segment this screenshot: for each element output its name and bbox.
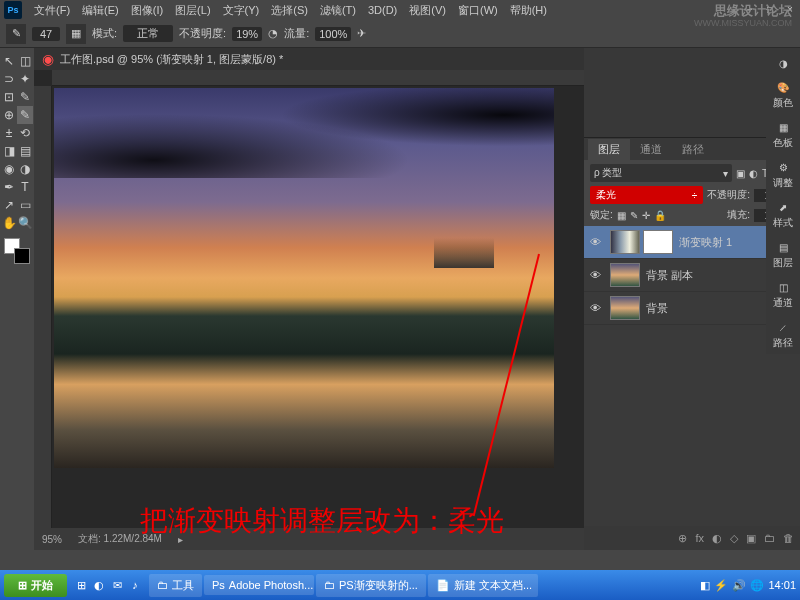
ql-icon[interactable]: ♪ [127,577,143,593]
layer-mask-icon[interactable]: ◐ [712,532,722,545]
tab-layers[interactable]: 图层 [588,139,630,160]
hand-tool[interactable]: ✋ [1,214,17,232]
tab-channels[interactable]: 通道 [630,139,672,160]
taskbar-task[interactable]: 🗀工具 [149,574,202,597]
menu-3d[interactable]: 3D(D) [362,2,403,18]
healing-tool[interactable]: ⊕ [1,106,17,124]
eraser-tool[interactable]: ◨ [1,142,17,160]
layer-thumbnail[interactable] [610,296,640,320]
blend-mode-select[interactable]: 柔光÷ [590,186,703,204]
gradient-tool[interactable]: ▤ [17,142,33,160]
menu-view[interactable]: 视图(V) [403,1,452,20]
menu-image[interactable]: 图像(I) [125,1,169,20]
clock[interactable]: 14:01 [768,579,796,591]
app-logo[interactable]: Ps [4,1,22,19]
taskbar-task[interactable]: 📄新建 文本文档... [428,574,538,597]
menu-help[interactable]: 帮助(H) [504,1,553,20]
canvas-area[interactable] [34,70,584,528]
layer-filter[interactable]: ρ 类型▾ [590,164,732,182]
brush-preset-icon[interactable]: ▦ [66,24,86,44]
ql-icon[interactable]: ◐ [91,577,107,593]
tray-icon[interactable]: ◧ [700,579,710,592]
zoom-tool[interactable]: 🔍 [17,214,33,232]
layer-name[interactable]: 背景 [646,301,668,316]
marquee-tool[interactable]: ◫ [17,52,33,70]
start-button[interactable]: ⊞开始 [4,574,67,597]
layer-name[interactable]: 渐变映射 1 [679,235,732,250]
opacity-value[interactable]: 19% [232,27,262,41]
zoom-level[interactable]: 95% [42,534,62,545]
menu-filter[interactable]: 滤镜(T) [314,1,362,20]
panel-color[interactable]: 🎨颜色 [771,76,795,114]
blend-mode-select[interactable]: 正常 [123,25,173,42]
menu-layer[interactable]: 图层(L) [169,1,216,20]
tray-icon[interactable]: 🌐 [750,579,764,592]
new-layer-icon[interactable]: 🗀 [764,532,775,544]
tab-paths[interactable]: 路径 [672,139,714,160]
layer-name[interactable]: 背景 副本 [646,268,693,283]
group-icon[interactable]: ▣ [746,532,756,545]
type-tool[interactable]: T [17,178,33,196]
ql-icon[interactable]: ⊞ [73,577,89,593]
document-tab[interactable]: ◉ 工作图.psd @ 95% (渐变映射 1, 图层蒙版/8) * [34,48,584,70]
layer-fx-icon[interactable]: fx [695,532,704,544]
brush-tool-icon[interactable]: ✎ [6,24,26,44]
menu-select[interactable]: 选择(S) [265,1,314,20]
menu-edit[interactable]: 编辑(E) [76,1,125,20]
history-brush-tool[interactable]: ⟲ [17,124,33,142]
pressure-icon[interactable]: ◔ [268,27,278,40]
delete-layer-icon[interactable]: 🗑 [783,532,794,544]
eyedropper-tool[interactable]: ✎ [17,88,33,106]
menu-window[interactable]: 窗口(W) [452,1,504,20]
adjustment-layer-icon[interactable]: ◇ [730,532,738,545]
ql-icon[interactable]: ✉ [109,577,125,593]
airbrush-icon[interactable]: ✈ [357,27,366,40]
color-swatches[interactable] [4,238,30,264]
document-image[interactable] [54,88,554,468]
lock-position-icon[interactable]: ✛ [642,210,650,221]
panel-paths[interactable]: ⟋路径 [771,316,795,354]
panel-adjustments[interactable]: ⚙调整 [771,156,795,194]
tray-icon[interactable]: ⚡ [714,579,728,592]
ruler-horizontal[interactable] [52,70,584,86]
blur-tool[interactable]: ◉ [1,160,17,178]
background-color[interactable] [14,248,30,264]
taskbar-task[interactable]: PsAdobe Photosh... [204,575,314,595]
visibility-icon[interactable]: 👁 [590,269,604,281]
dodge-tool[interactable]: ◑ [17,160,33,178]
menu-type[interactable]: 文字(Y) [217,1,266,20]
layer-thumbnail[interactable] [610,263,640,287]
panel-swatches[interactable]: ▦色板 [771,116,795,154]
taskbar-task[interactable]: 🗀PS渐变映射的... [316,574,426,597]
filter-pixel-icon[interactable]: ▣ [736,168,745,179]
brush-tool[interactable]: ✎ [17,106,33,124]
move-tool[interactable]: ↖ [1,52,17,70]
path-tool[interactable]: ↗ [1,196,17,214]
brush-size[interactable]: 47 [32,27,60,41]
menu-file[interactable]: 文件(F) [28,1,76,20]
wand-tool[interactable]: ✦ [17,70,33,88]
tray-icon[interactable]: 🔊 [732,579,746,592]
fill-label: 填充: [727,208,750,222]
flow-value[interactable]: 100% [315,27,351,41]
lasso-tool[interactable]: ⊃ [1,70,17,88]
visibility-icon[interactable]: 👁 [590,236,604,248]
lock-transparent-icon[interactable]: ▦ [617,210,626,221]
crop-tool[interactable]: ⊡ [1,88,17,106]
panel-toggle[interactable]: ◑ [772,52,794,74]
shape-tool[interactable]: ▭ [17,196,33,214]
layer-thumbnail[interactable] [610,230,640,254]
taskbar: ⊞开始 ⊞ ◐ ✉ ♪ 🗀工具 PsAdobe Photosh... 🗀PS渐变… [0,570,800,600]
lock-all-icon[interactable]: 🔒 [654,210,666,221]
panel-styles[interactable]: ⬈样式 [771,196,795,234]
layer-mask-thumbnail[interactable] [643,230,673,254]
visibility-icon[interactable]: 👁 [590,302,604,314]
link-layers-icon[interactable]: ⊕ [678,532,687,545]
stamp-tool[interactable]: ± [1,124,17,142]
panel-layers[interactable]: ▤图层 [771,236,795,274]
filter-adjust-icon[interactable]: ◐ [749,168,758,179]
ruler-vertical[interactable] [34,86,52,528]
panel-channels[interactable]: ◫通道 [771,276,795,314]
lock-pixels-icon[interactable]: ✎ [630,210,638,221]
pen-tool[interactable]: ✒ [1,178,17,196]
